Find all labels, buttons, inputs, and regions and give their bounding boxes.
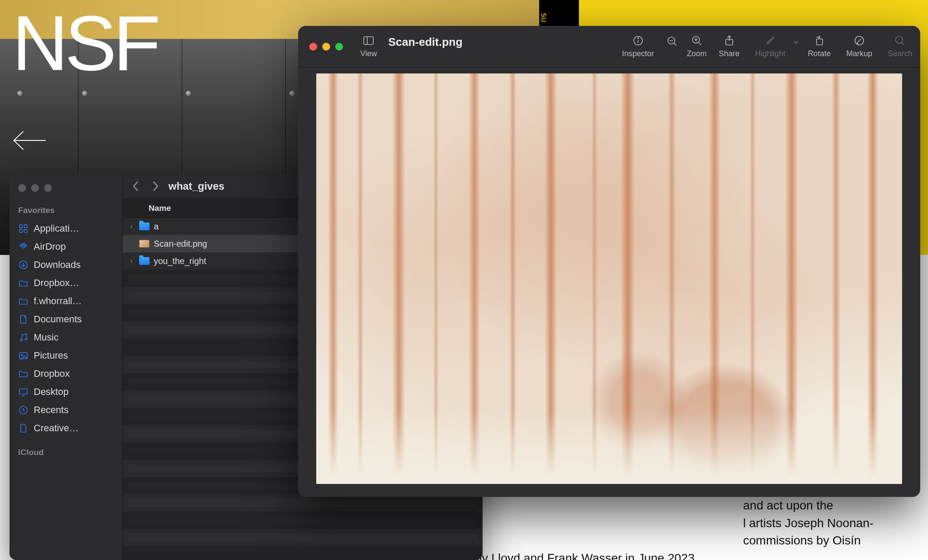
toolbar-label: Share [719,49,740,58]
sidebar-item-applications[interactable]: Applicati… [10,220,122,238]
search-button[interactable]: Search [880,26,920,67]
sidebar-item-documents[interactable]: Documents [10,310,122,328]
nav-back-icon[interactable] [131,180,140,192]
sidebar-item-label: Downloads [34,259,81,270]
toolbar-label: View [360,49,377,58]
svg-point-8 [25,338,27,340]
sidebar-item-downloads[interactable]: Downloads [10,256,122,274]
toolbar-label: Highlight [755,49,785,58]
sidebar-item-fwhorrall[interactable]: f.whorrall… [10,292,122,310]
rotate-button[interactable]: Rotate [800,26,839,67]
sidebar-item-label: Dropbox [34,368,70,379]
sidebar-item-pictures[interactable]: Pictures [10,347,122,365]
back-arrow-icon[interactable] [12,130,47,151]
toolbar-label: Inspector [622,49,654,58]
svg-point-5 [22,245,25,248]
svg-rect-26 [817,39,823,45]
folder-icon [18,278,29,288]
sidebar-item-music[interactable]: Music [10,328,122,347]
svg-rect-3 [19,229,22,232]
disclosure-icon[interactable]: › [128,257,135,265]
sidebar-item-label: Documents [34,314,82,325]
view-button[interactable]: View [353,26,385,67]
sidebar-item-desktop[interactable]: Desktop [10,383,122,401]
sidebar-item-label: Dropbox… [34,277,79,289]
sidebar-item-creative[interactable]: Creative… [10,419,122,437]
toolbar-label: Zoom [687,49,707,58]
download-icon [18,260,29,270]
sidebar-item-label: AirDrop [34,241,66,252]
desktop-icon [18,387,29,397]
sidebar-item-label: Applicati… [34,223,79,234]
toolbar-label: Rotate [808,49,831,58]
preview-traffic-lights[interactable] [298,26,353,67]
nav-forward-icon[interactable] [151,180,160,192]
sidebar-item-label: Pictures [34,350,68,361]
music-icon [18,332,29,343]
preview-title: Scan-edit.png [385,26,470,67]
zoom-out-button[interactable] [662,26,683,67]
highlight-button[interactable]: Highlight [747,26,793,67]
finder-traffic-lights[interactable] [10,181,122,203]
doc-icon [18,423,29,433]
sidebar-item-dropbox1[interactable]: Dropbox… [10,274,122,292]
chevron-down-icon [793,40,798,45]
highlight-icon [764,35,776,47]
svg-rect-13 [364,37,373,45]
file-name: you_the_right [154,256,206,266]
sidebar-item-label: Recents [34,404,69,416]
svg-line-29 [902,42,904,45]
info-icon [632,35,644,47]
file-name: Scan-edit.png [154,239,207,249]
sidebar-item-dropbox2[interactable]: Dropbox [10,365,122,383]
toolbar-label: Search [888,49,912,58]
sidebar-item-airdrop[interactable]: AirDrop [10,238,122,256]
doc-icon [18,314,29,325]
clock-icon [18,405,29,415]
sidebar-item-label: Desktop [34,386,69,398]
markup-button[interactable]: Markup [839,26,880,67]
preview-body [298,67,920,497]
svg-rect-1 [19,225,22,228]
share-button[interactable]: Share [711,26,747,67]
picture-icon [18,350,29,361]
list-empty-row [123,512,483,529]
file-name: a [154,222,159,232]
svg-line-22 [699,42,701,45]
svg-point-17 [638,38,639,38]
maximize-icon[interactable] [335,43,343,51]
maximize-icon[interactable] [44,184,52,192]
svg-line-19 [674,43,677,46]
rotate-icon [813,35,825,47]
finder-breadcrumb: what_gives [168,180,224,192]
folder-icon [18,369,29,379]
webpage-body-text: and act upon the l artists Joseph Noonan… [423,497,902,560]
close-icon[interactable] [18,184,26,192]
sidebar-section-icloud: iCloud [10,445,122,461]
sidebar-item-recents[interactable]: Recents [10,401,122,419]
sidebar-section-favorites: Favorites [10,203,122,220]
share-icon [723,35,735,47]
svg-rect-2 [24,225,27,228]
grid-icon [18,223,29,234]
minimize-icon[interactable] [322,43,330,51]
minimize-icon[interactable] [31,184,39,192]
preview-image-canvas[interactable] [316,73,902,484]
markup-icon [853,35,865,47]
sidebar-item-label: Creative… [34,423,79,434]
airdrop-icon [18,242,29,252]
preview-window: View Scan-edit.png Inspector Zoom Share … [298,26,920,497]
close-icon[interactable] [309,43,317,51]
inspector-button[interactable]: Inspector [614,26,662,67]
folder-icon [139,257,149,265]
zoom-in-button[interactable]: Zoom [683,26,711,67]
zoom-out-icon [666,35,678,48]
folder-icon [18,296,29,306]
nsf-logo-text: NSF [12,4,157,82]
search-icon [894,35,906,47]
highlight-menu-chevron[interactable] [793,26,800,67]
svg-rect-4 [24,229,27,232]
svg-point-10 [21,354,23,356]
sidebar-icon [362,35,375,47]
disclosure-icon[interactable]: › [128,223,135,230]
